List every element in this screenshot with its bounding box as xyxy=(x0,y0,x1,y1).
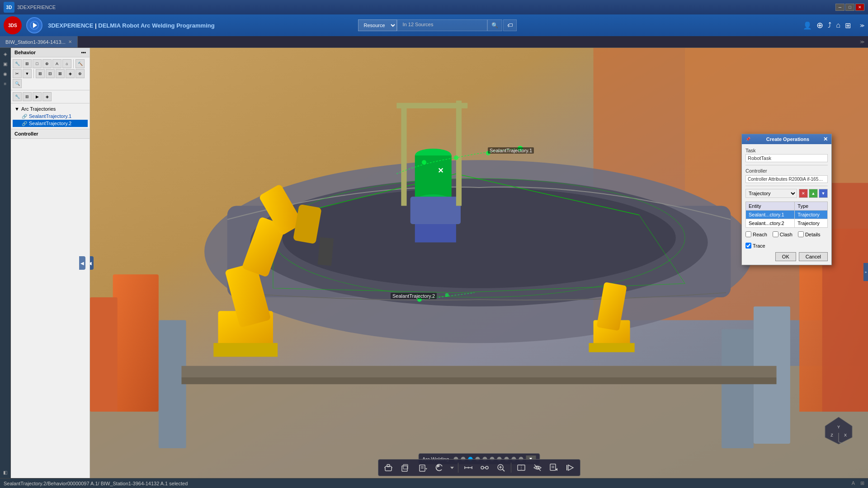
cancel-button[interactable]: Cancel xyxy=(799,252,828,261)
sidebar-btn-5[interactable]: ◧ xyxy=(1,468,9,476)
trajectory-1-item[interactable]: 🔗 SealantTrajectory.1 xyxy=(13,113,88,120)
bt-section-icon[interactable] xyxy=(515,461,528,474)
tb-btn-3[interactable]: □ xyxy=(33,59,42,68)
tag-button[interactable]: 🏷 xyxy=(503,19,517,31)
clash-checkbox-label[interactable]: Clash xyxy=(773,231,793,237)
toolbar-separator-2 xyxy=(511,463,511,473)
tb-btn-11[interactable]: ⊟ xyxy=(46,69,55,78)
tb-btn-4[interactable]: ⊕ xyxy=(42,59,52,68)
tb-btn-17[interactable]: ⊞ xyxy=(23,92,32,101)
bt-zoom-icon[interactable] xyxy=(495,461,507,474)
sidebar-btn-3[interactable]: ◉ xyxy=(1,70,9,78)
clash-checkbox[interactable] xyxy=(773,231,778,237)
bt-hide-icon[interactable] xyxy=(531,461,544,474)
reach-checkbox-label[interactable]: Reach xyxy=(745,231,767,237)
expand-icon[interactable]: ≫ xyxy=(860,23,864,28)
tb-btn-12[interactable]: ⊠ xyxy=(56,69,65,78)
entity-row-1[interactable]: Sealant...ctory.1 Trajectory xyxy=(746,211,828,219)
bt-joints-icon[interactable] xyxy=(478,461,491,474)
bt-undo-dropdown[interactable] xyxy=(450,461,454,474)
tb-btn-19[interactable]: ◈ xyxy=(42,92,52,101)
tb-btn-1[interactable]: 🔧 xyxy=(13,59,22,68)
panel-collapse-button[interactable]: ◀ xyxy=(79,256,85,270)
svg-rect-32 xyxy=(90,297,118,412)
bt-robot-icon[interactable] xyxy=(382,461,395,474)
ok-button[interactable]: OK xyxy=(775,252,796,261)
main-toolbar: 3DS 3DEXPERIENCE | DELMIA Robot Arc Weld… xyxy=(0,14,868,36)
svg-text:✕: ✕ xyxy=(438,166,443,174)
details-checkbox[interactable] xyxy=(798,231,804,237)
bt-simulate-icon[interactable] xyxy=(564,461,576,474)
bottom-toolbar xyxy=(378,459,580,476)
search-button[interactable]: 🔍 xyxy=(487,19,502,31)
details-checkbox-label[interactable]: Details xyxy=(798,231,821,237)
tab-bar: BIW_Station1-3964-1413... ✕ ≫ xyxy=(0,36,868,48)
behavior-tree: ▼ Arc Trajectories 🔗 SealantTrajectory.1… xyxy=(11,103,90,129)
apps-icon[interactable]: ⊞ xyxy=(845,21,851,30)
tb-btn-5[interactable]: A xyxy=(52,59,61,68)
play-button[interactable] xyxy=(26,17,42,33)
dialog-separator-1 xyxy=(745,165,828,165)
minimize-button[interactable]: ─ xyxy=(835,4,844,11)
arc-trajectories-header[interactable]: ▼ Arc Trajectories xyxy=(13,105,88,113)
maximize-button[interactable]: □ xyxy=(845,4,854,11)
bt-undo-icon[interactable] xyxy=(434,461,446,474)
close-button[interactable]: ✕ xyxy=(855,4,864,11)
bt-measure-icon[interactable] xyxy=(462,461,475,474)
share-icon[interactable]: ⤴ xyxy=(828,21,831,29)
3d-viewport[interactable]: ✕ SealantTrajectory.1 SealantTrajectory.… xyxy=(90,48,868,478)
tb-btn-15[interactable]: 🔍 xyxy=(13,79,22,88)
sidebar-btn-4[interactable]: ≡ xyxy=(1,80,9,88)
panel-expand-arrow[interactable]: ◀ xyxy=(90,256,94,270)
trajectory-2-link[interactable]: SealantTrajectory.2 xyxy=(29,121,71,126)
status-bar: SealantTrajectory.2/Behavior00000097 A.1… xyxy=(0,478,868,488)
status-right: A ⊞ xyxy=(852,480,864,486)
svg-marker-2 xyxy=(33,23,37,28)
sidebar-btn-2[interactable]: ▣ xyxy=(1,60,9,68)
trajectory-1-link[interactable]: SealantTrajectory.1 xyxy=(29,113,71,119)
tb-btn-8[interactable]: ✂ xyxy=(13,69,22,78)
dialog-close-button[interactable]: ✕ xyxy=(823,136,828,142)
tab-expand-button[interactable]: ≫ xyxy=(856,36,868,47)
behavior-panel-menu-icon[interactable]: ••• xyxy=(81,50,86,55)
search-in-label: In 12 Sources xyxy=(397,19,487,31)
add-icon[interactable]: ⊕ xyxy=(816,20,823,30)
bt-annotate-icon[interactable] xyxy=(547,461,560,474)
svg-text:Z: Z xyxy=(830,433,833,437)
trace-checkbox[interactable] xyxy=(745,243,751,249)
tb-btn-2[interactable]: ⊞ xyxy=(23,59,32,68)
sidebar-btn-1[interactable]: ◈ xyxy=(1,50,9,58)
svg-rect-19 xyxy=(456,101,462,206)
title-bar: 3D 3DEXPERIENCE ─ □ ✕ xyxy=(0,0,868,14)
home-icon[interactable]: ⌂ xyxy=(836,21,840,29)
controller-attrs-value: Controller Attributes R2000iA if-165F mh xyxy=(745,175,828,183)
dialog-pin-icon[interactable]: 📌 xyxy=(745,137,750,141)
trajectory-2-item[interactable]: 🔗 SealantTrajectory.2 xyxy=(13,120,88,127)
reach-checkbox[interactable] xyxy=(745,231,751,237)
search-type-dropdown[interactable]: Resource xyxy=(358,19,397,31)
trace-checkbox-label[interactable]: Trace xyxy=(745,243,765,249)
entity-row-2[interactable]: Sealant...ctory.2 Trajectory xyxy=(746,219,828,228)
tb-btn-9[interactable]: ▼ xyxy=(23,69,32,78)
icon-btn-red[interactable]: ✕ xyxy=(799,189,808,198)
icon-btn-green[interactable]: ▲ xyxy=(809,189,818,198)
toolbar-right-icons: 👤 ⊕ ⤴ ⌂ ⊞ ≫ xyxy=(803,20,864,30)
trajectory-type-select[interactable]: Trajectory xyxy=(745,189,797,198)
right-panel-expand-button[interactable]: » xyxy=(863,263,868,281)
tb-btn-6[interactable]: ⌂ xyxy=(62,59,71,68)
tab-close-icon[interactable]: ✕ xyxy=(68,39,72,44)
active-tab[interactable]: BIW_Station1-3964-1413... ✕ xyxy=(0,36,78,47)
bt-paste-dropdown[interactable] xyxy=(415,461,430,474)
tb-btn-10[interactable]: ⊞ xyxy=(36,69,45,78)
bt-copy-icon[interactable] xyxy=(398,461,411,474)
user-icon[interactable]: 👤 xyxy=(803,21,812,30)
tb-btn-14[interactable]: ⊕ xyxy=(75,69,85,78)
tb-btn-16[interactable]: 🔧 xyxy=(13,92,22,101)
icon-btn-blue[interactable]: ▼ xyxy=(819,189,828,198)
svg-marker-62 xyxy=(425,468,427,470)
navigation-cube[interactable]: Y X Z xyxy=(823,415,850,442)
tb-btn-18[interactable]: ▶ xyxy=(33,92,42,101)
tb-btn-13[interactable]: ◈ xyxy=(66,69,75,78)
tb-btn-7[interactable]: 🔨 xyxy=(75,59,85,68)
controller-field-row: Controller xyxy=(745,168,828,174)
